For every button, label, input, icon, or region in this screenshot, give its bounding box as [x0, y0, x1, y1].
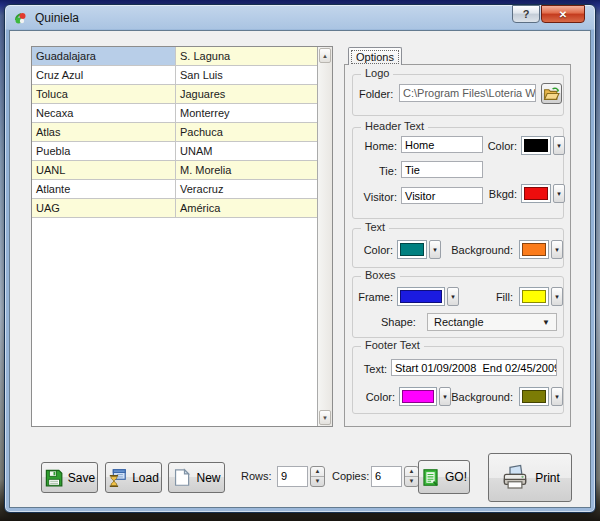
close-button[interactable]: ✕: [541, 5, 585, 23]
rows-stepper[interactable]: ▲ ▼: [310, 466, 325, 487]
frame-color-picker[interactable]: ▾: [397, 287, 459, 306]
frame-color-fill: [400, 290, 442, 303]
header-bkgd-fill: [524, 187, 548, 200]
table-row[interactable]: Atlas Pachuca: [32, 123, 317, 142]
header-bkgd-picker[interactable]: ▾: [521, 184, 565, 203]
header-color-dropdown[interactable]: ▾: [553, 136, 565, 155]
text-background-picker[interactable]: ▾: [519, 240, 563, 259]
footer-background-picker[interactable]: ▾: [519, 387, 563, 406]
text-color-swatch[interactable]: [397, 240, 427, 259]
fill-label: Fill:: [477, 291, 513, 303]
copies-input[interactable]: 6: [371, 466, 402, 487]
footer-text-group: Footer Text Text: Start 01/09/2008 End 0…: [352, 346, 564, 414]
client-area: Guadalajara S. Laguna Cruz Azul San Luis…: [9, 30, 591, 508]
shape-combobox[interactable]: Rectangle ▼: [427, 313, 557, 331]
table-cell[interactable]: Toluca: [32, 85, 176, 104]
header-bkgd-dropdown[interactable]: ▾: [553, 184, 565, 203]
table-row[interactable]: UANL M. Morelia: [32, 161, 317, 180]
text-group: Text Color: ▾ Background: ▾: [352, 228, 564, 268]
tab-options[interactable]: Options: [348, 47, 402, 65]
footer-color-swatch[interactable]: [399, 387, 437, 406]
table-row[interactable]: Necaxa Monterrey: [32, 104, 317, 123]
spin-up-icon[interactable]: ▲: [405, 467, 418, 477]
help-button[interactable]: ?: [512, 5, 540, 23]
save-button[interactable]: Save: [41, 462, 98, 493]
text-color-picker[interactable]: ▾: [397, 240, 441, 259]
table-cell[interactable]: Veracruz: [176, 180, 317, 199]
scroll-up-button[interactable]: ▲: [319, 48, 331, 63]
footer-color-picker[interactable]: ▾: [399, 387, 451, 406]
print-button[interactable]: Print: [488, 453, 572, 502]
table-row[interactable]: Cruz Azul San Luis: [32, 66, 317, 85]
fill-color-swatch[interactable]: [519, 287, 549, 306]
text-background-dropdown[interactable]: ▾: [551, 240, 563, 259]
table-cell[interactable]: UAG: [32, 199, 176, 218]
footer-background-dropdown[interactable]: ▾: [551, 387, 563, 406]
options-panel: Logo Folder: C:\Program Files\Loteria Wo…: [344, 64, 571, 427]
home-label: Home:: [355, 140, 397, 152]
table-cell[interactable]: Monterrey: [176, 104, 317, 123]
scroll-down-button[interactable]: ▼: [319, 410, 331, 425]
table-cell[interactable]: M. Morelia: [176, 161, 317, 180]
spin-down-icon[interactable]: ▼: [405, 477, 418, 486]
footer-background-label: Background:: [449, 391, 513, 403]
chevron-down-icon: ▾: [557, 142, 561, 150]
frame-color-swatch[interactable]: [397, 287, 445, 306]
rows-label: Rows:: [241, 470, 272, 482]
go-button[interactable]: GO!: [418, 460, 470, 494]
fill-color-fill: [522, 290, 546, 303]
table-row[interactable]: Puebla UNAM: [32, 142, 317, 161]
table-scrollbar[interactable]: ▲ ▼: [317, 47, 332, 426]
table-cell[interactable]: Puebla: [32, 142, 176, 161]
footer-text-group-title: Footer Text: [361, 339, 424, 351]
footer-text-input[interactable]: Start 01/09/2008 End 02/45/2009: [391, 359, 557, 376]
visitor-input[interactable]: Visitor: [401, 187, 483, 204]
footer-color-fill: [402, 390, 434, 403]
table-cell[interactable]: América: [176, 199, 317, 218]
fill-color-picker[interactable]: ▾: [519, 287, 563, 306]
frame-color-dropdown[interactable]: ▾: [447, 287, 459, 306]
browse-folder-button[interactable]: [541, 83, 562, 104]
table-cell[interactable]: Atlante: [32, 180, 176, 199]
spin-up-icon[interactable]: ▲: [311, 467, 324, 477]
footer-background-swatch[interactable]: [519, 387, 549, 406]
table-cell[interactable]: UANL: [32, 161, 176, 180]
text-color-dropdown[interactable]: ▾: [429, 240, 441, 259]
boxes-group-title: Boxes: [361, 269, 400, 281]
table-row[interactable]: UAG América: [32, 199, 317, 218]
table-cell[interactable]: UNAM: [176, 142, 317, 161]
fill-color-dropdown[interactable]: ▾: [551, 287, 563, 306]
folder-input[interactable]: C:\Program Files\Loteria Worksh: [399, 84, 536, 102]
copies-stepper[interactable]: ▲ ▼: [404, 466, 419, 487]
footer-color-label: Color:: [357, 391, 395, 403]
copies-label: Copies:: [332, 470, 369, 482]
table-cell[interactable]: S. Laguna: [176, 47, 317, 66]
logo-group-title: Logo: [361, 67, 393, 79]
table-row[interactable]: Toluca Jaguares: [32, 85, 317, 104]
header-color-swatch[interactable]: [521, 136, 551, 155]
spin-down-icon[interactable]: ▼: [311, 477, 324, 486]
header-bkgd-swatch[interactable]: [521, 184, 551, 203]
title-bar[interactable]: Quiniela ? ✕: [5, 5, 595, 30]
close-icon: ✕: [559, 9, 567, 20]
footer-background-fill: [522, 390, 546, 403]
text-background-swatch[interactable]: [519, 240, 549, 259]
table-cell[interactable]: San Luis: [176, 66, 317, 85]
table-row[interactable]: Atlante Veracruz: [32, 180, 317, 199]
header-color-picker[interactable]: ▾: [521, 136, 565, 155]
chevron-down-icon: ▾: [555, 293, 559, 301]
rows-input[interactable]: 9: [277, 466, 308, 487]
table-cell[interactable]: Atlas: [32, 123, 176, 142]
table-row[interactable]: Guadalajara S. Laguna: [32, 47, 317, 66]
load-button[interactable]: Load: [105, 462, 162, 493]
table-cell[interactable]: Jaguares: [176, 85, 317, 104]
table-cell[interactable]: Cruz Azul: [32, 66, 176, 85]
combo-arrow-icon: ▼: [542, 318, 550, 327]
text-background-label: Background:: [449, 244, 513, 256]
table-cell[interactable]: Necaxa: [32, 104, 176, 123]
table-cell-selected[interactable]: Guadalajara: [32, 47, 176, 66]
table-cell[interactable]: Pachuca: [176, 123, 317, 142]
home-input[interactable]: Home: [401, 136, 483, 153]
new-button[interactable]: New: [168, 462, 225, 493]
tie-input[interactable]: Tie: [401, 161, 483, 178]
